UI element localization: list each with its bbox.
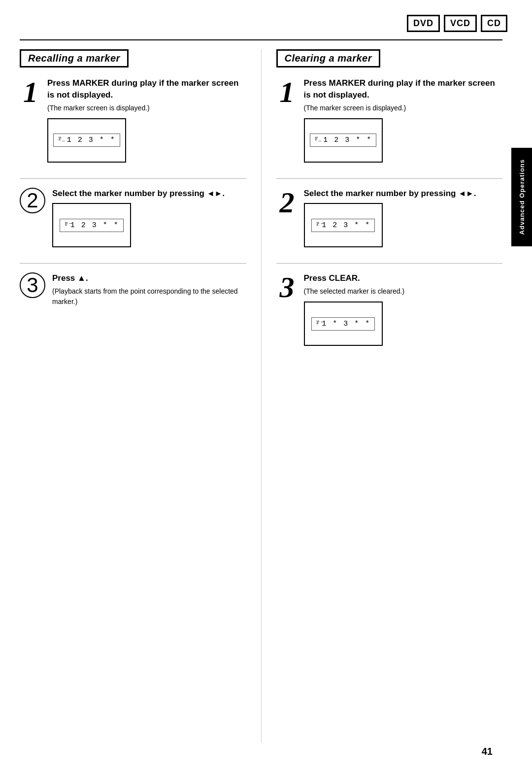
clear-step1-screen: ᵋ̈ … 1 2 3 * * (304, 118, 383, 163)
clear-step3-screen: ᵋ̈ ̇̇ 1 * 3 * * (304, 302, 383, 346)
recall-step-1: 1 Press MARKER during play if the marker… (20, 77, 246, 169)
page-container: DVD VCD CD Recalling a marker 1 Press MA… (0, 0, 532, 772)
clear-step-2: 2 Select the marker number by pressing ◄… (276, 188, 503, 255)
clear-step3-content: Press CLEAR. (The selected marker is cle… (304, 272, 503, 353)
recall-step2-main: Select the marker number by pressing ◄►. (52, 188, 246, 200)
clear-step2-main: Select the marker number by pressing ◄►. (304, 188, 503, 200)
side-tab-label: Advanced Operations (518, 159, 526, 235)
clear-step1-content: Press MARKER during play if the marker s… (304, 77, 503, 169)
clear-step3-screen-content: ᵋ̈ ̇̇ 1 * 3 * * (311, 317, 375, 331)
recall-step1-number: 1 (20, 77, 41, 107)
recall-step3-sub: (Playback starts from the point correspo… (52, 286, 246, 307)
recall-step3-main: Press ▲. (52, 272, 246, 284)
top-divider (20, 39, 502, 40)
clear-step2-screen: ᵋ̈ ̇̇ 1 2 3 * * (304, 203, 383, 247)
clear-step-3: 3 Press CLEAR. (The selected marker is c… (276, 272, 503, 353)
recall-step1-screen-content: ᵋ̈ … 1 2 3 * * (53, 134, 120, 147)
recall-step2-content: Select the marker number by pressing ◄►.… (52, 188, 246, 255)
dvd-badge: DVD (407, 15, 440, 32)
clear-divider-2 (276, 263, 503, 264)
clearing-title: Clearing a marker (276, 49, 380, 67)
recall-step3-content: Press ▲. (Playback starts from the point… (52, 272, 246, 312)
clear-step1-sub: (The marker screen is displayed.) (304, 103, 503, 113)
recall-step-3: 3 Press ▲. (Playback starts from the poi… (20, 272, 246, 312)
clear-step2-number: 2 (276, 188, 298, 217)
recall-divider-1 (20, 178, 246, 179)
recalling-title: Recalling a marker (20, 49, 129, 67)
recall-step1-sub: (The marker screen is displayed.) (47, 103, 246, 113)
recall-step2-screen: ᵋ̈ ̇̇ 1 2 3 * * (52, 203, 131, 247)
vcd-badge: VCD (444, 15, 477, 32)
recall-step2-screen-content: ᵋ̈ ̇̇ 1 2 3 * * (60, 219, 123, 232)
recall-step3-number: 3 (20, 272, 45, 298)
clear-step3-number: 3 (276, 272, 298, 302)
clear-step-1: 1 Press MARKER during play if the marker… (276, 77, 503, 169)
clear-step3-sub: (The selected marker is cleared.) (304, 286, 503, 297)
clear-step1-main: Press MARKER during play if the marker s… (304, 77, 503, 101)
advanced-operations-tab: Advanced Operations (511, 148, 532, 246)
clear-step1-number: 1 (276, 77, 298, 107)
clearing-section: Clearing a marker 1 Press MARKER during … (262, 49, 503, 742)
recall-step1-screen: ᵋ̈ … 1 2 3 * * (47, 118, 126, 163)
clear-step2-content: Select the marker number by pressing ◄►.… (304, 188, 503, 255)
clear-divider-1 (276, 178, 503, 179)
clear-step3-main: Press CLEAR. (304, 272, 503, 284)
recall-step1-main: Press MARKER during play if the marker s… (47, 77, 246, 101)
cd-badge: CD (481, 15, 507, 32)
clear-step2-screen-content: ᵋ̈ ̇̇ 1 2 3 * * (311, 219, 375, 232)
recall-step2-number: 2 (20, 188, 45, 213)
recall-step-2: 2 Select the marker number by pressing ◄… (20, 188, 246, 255)
recall-step1-content: Press MARKER during play if the marker s… (47, 77, 246, 169)
recall-divider-2 (20, 263, 246, 264)
format-badges: DVD VCD CD (407, 15, 507, 32)
recalling-section: Recalling a marker 1 Press MARKER during… (20, 49, 262, 742)
clear-step1-screen-content: ᵋ̈ … 1 2 3 * * (310, 134, 376, 147)
main-columns: Recalling a marker 1 Press MARKER during… (20, 49, 502, 742)
page-number: 41 (482, 746, 493, 757)
